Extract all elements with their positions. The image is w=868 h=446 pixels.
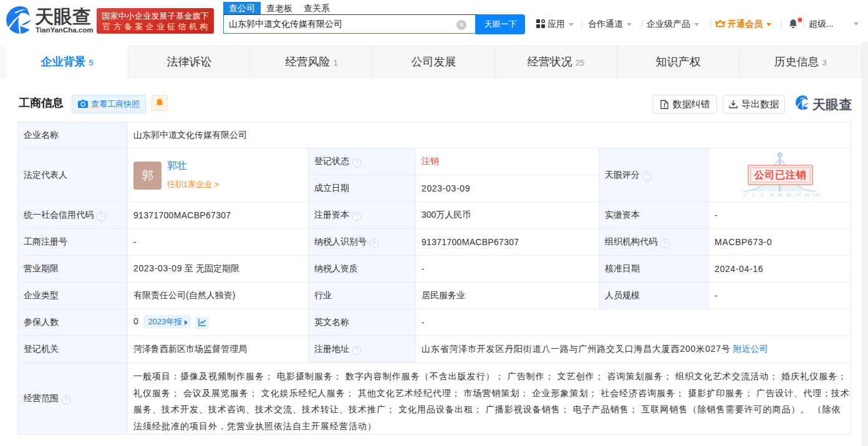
svg-text:85: 85	[786, 192, 791, 198]
svg-text:100: 100	[813, 192, 821, 198]
svg-text:0: 0	[743, 192, 746, 198]
svg-text:97: 97	[796, 192, 801, 198]
svg-text:15: 15	[769, 192, 774, 198]
svg-text:50: 50	[778, 192, 783, 198]
svg-text:3: 3	[761, 192, 763, 198]
svg-text:1: 1	[752, 192, 755, 198]
svg-text:99: 99	[804, 192, 809, 198]
